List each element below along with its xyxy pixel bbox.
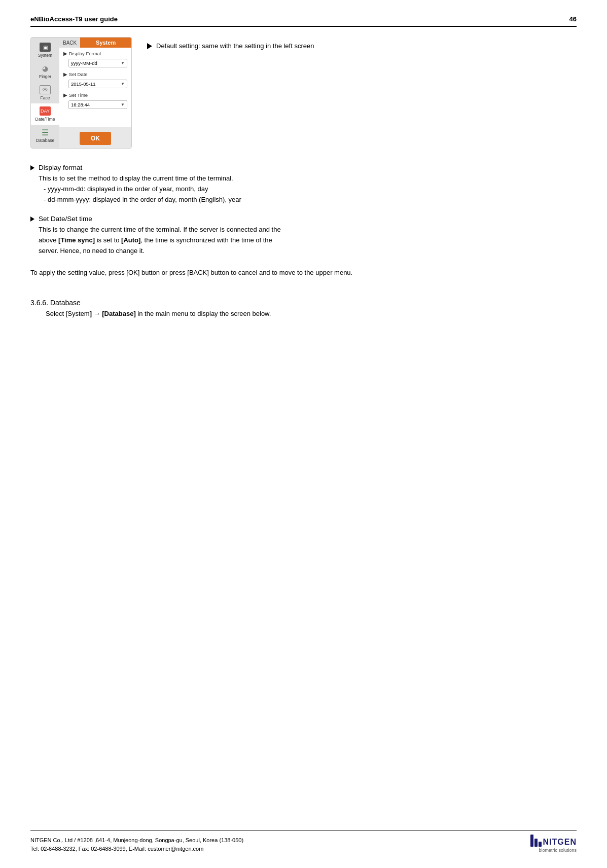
logo-subtext: biometric solutions bbox=[539, 848, 577, 853]
right-note-text: Default setting: same with the setting i… bbox=[156, 42, 314, 50]
system-icon: ▣ bbox=[40, 43, 51, 52]
section2-bold2: [Auto] bbox=[121, 236, 140, 244]
section-number-text: 3.6.6. Database bbox=[30, 299, 81, 307]
logo-bar-3 bbox=[539, 842, 542, 847]
logo-bar-2 bbox=[534, 839, 538, 847]
footer-logo: NITGEN biometric solutions bbox=[530, 835, 577, 853]
section1-list-item-2: - dd-mmm-yyyy: displayed in the order of… bbox=[44, 195, 577, 205]
section3-indent-text: Select [System] → [Database] in the main… bbox=[46, 309, 577, 319]
section2-mid: is set to bbox=[95, 236, 121, 244]
set-date-dropdown[interactable]: 2015-05-11 ▼ bbox=[68, 80, 127, 88]
sidebar-item-face[interactable]: 👁 Face bbox=[31, 82, 59, 103]
header-title: eNBioAccess-T9 user guide bbox=[30, 15, 118, 23]
section-display-format: Display format This is to set the method… bbox=[30, 164, 577, 205]
logo-text: NITGEN bbox=[543, 838, 577, 847]
section1-body: This is to set the method to display the… bbox=[39, 173, 577, 205]
footer-text: NITGEN Co,. Ltd / #1208 ,641-4, Munjeong… bbox=[30, 836, 243, 853]
system-title: System bbox=[80, 38, 131, 48]
sidebar-item-finger[interactable]: ◕ Finger bbox=[31, 61, 59, 82]
set-date-value: 2015-05-11 bbox=[71, 81, 96, 87]
logo-bars bbox=[530, 835, 542, 847]
section1-heading: Display format bbox=[30, 164, 577, 171]
datetime-icon: DAY bbox=[40, 106, 51, 116]
triangle-icon-2 bbox=[30, 216, 34, 222]
section2-body-line3: server. Hence, no need to change it. bbox=[39, 246, 577, 257]
section3-text-before: Select [System] → [Database] in the main… bbox=[46, 310, 271, 317]
page-footer: NITGEN Co,. Ltd / #1208 ,641-4, Munjeong… bbox=[30, 830, 577, 853]
section2-heading-part1: Set Date bbox=[39, 215, 65, 223]
triangle-right-icon bbox=[147, 43, 152, 49]
face-icon: 👁 bbox=[40, 85, 51, 94]
display-format-label: ▶ Display Format bbox=[63, 51, 127, 56]
logo-bar-1 bbox=[530, 835, 533, 847]
device-mockup: ▣ System ◕ Finger 👁 Face bbox=[30, 37, 132, 149]
sidebar-label-finger: Finger bbox=[39, 74, 51, 79]
header-page-number: 46 bbox=[569, 15, 577, 23]
section2-end: , the time is synchronized with the time… bbox=[140, 236, 272, 244]
display-format-dropdown[interactable]: yyyy-MM-dd ▼ bbox=[68, 59, 127, 67]
ok-button[interactable]: OK bbox=[80, 132, 111, 145]
page-header: eNBioAccess-T9 user guide 46 bbox=[30, 15, 577, 27]
sidebar-label-database: Database bbox=[36, 138, 54, 143]
ok-button-wrap: OK bbox=[59, 127, 131, 148]
set-time-dropdown[interactable]: 16:28:44 ▼ bbox=[68, 100, 127, 109]
section2-heading: Set Date/Set time bbox=[30, 215, 577, 223]
sidebar-label-face: Face bbox=[41, 95, 50, 100]
sidebar-label-datetime: Date/Time bbox=[35, 117, 55, 122]
top-section: ▣ System ◕ Finger 👁 Face bbox=[30, 37, 577, 149]
section-set-date: Set Date/Set time This is to change the … bbox=[30, 215, 577, 256]
set-time-value: 16:28:44 bbox=[71, 102, 90, 107]
device-body: ▶ Display Format yyyy-MM-dd ▼ ▶ Set Date… bbox=[59, 48, 131, 127]
footer-line1: NITGEN Co,. Ltd / #1208 ,641-4, Munjeong… bbox=[30, 836, 243, 845]
set-time-label: ▶ Set Time bbox=[63, 92, 127, 98]
sidebar-label-system: System bbox=[38, 53, 52, 58]
section2-heading-part2: Set time bbox=[67, 215, 92, 223]
finger-icon: ◕ bbox=[40, 64, 51, 73]
triangle-icon-1 bbox=[30, 165, 34, 170]
section2-body-line2: above [Time sync] is set to [Auto], the … bbox=[39, 235, 577, 246]
section2-heading-text: Set Date/Set time bbox=[39, 215, 92, 223]
display-format-arrow: ▼ bbox=[121, 61, 125, 65]
section2-body-line1: This is to change the current time of th… bbox=[39, 225, 577, 235]
sidebar-item-datetime[interactable]: DAY Date/Time bbox=[31, 103, 59, 125]
sidebar-item-database[interactable]: ☰ Database bbox=[31, 125, 59, 146]
set-time-arrow: ▼ bbox=[121, 102, 125, 107]
database-icon: ☰ bbox=[40, 128, 51, 137]
device-topbar: BACK System bbox=[59, 38, 131, 48]
section3-bold: ] bbox=[90, 310, 92, 317]
main-content: ▣ System ◕ Finger 👁 Face bbox=[30, 37, 577, 319]
section2-bold1: [Time sync] bbox=[58, 236, 95, 244]
set-date-label: ▶ Set Date bbox=[63, 71, 127, 77]
section2-above: above bbox=[39, 236, 58, 244]
set-date-arrow: ▼ bbox=[121, 82, 125, 86]
section-database: 3.6.6. Database Select [System] → [Datab… bbox=[30, 288, 577, 319]
section1-heading-text: Display format bbox=[39, 164, 82, 171]
page-container: eNBioAccess-T9 user guide 46 ▣ System bbox=[0, 0, 607, 868]
section1-list-item-1: - yyyy-mm-dd: displayed in the order of … bbox=[44, 184, 577, 195]
display-format-value: yyyy-MM-dd bbox=[71, 60, 97, 66]
section-number-366: 3.6.6. Database bbox=[30, 299, 577, 307]
logo-icon-container: NITGEN bbox=[530, 835, 577, 847]
apply-paragraph: To apply the setting value, press [OK] b… bbox=[30, 268, 577, 278]
back-button[interactable]: BACK bbox=[59, 38, 80, 48]
sidebar-item-system[interactable]: ▣ System bbox=[31, 40, 59, 61]
device-sidebar: ▣ System ◕ Finger 👁 Face bbox=[31, 38, 59, 148]
section1-body-line1: This is to set the method to display the… bbox=[39, 173, 577, 184]
right-note: Default setting: same with the setting i… bbox=[147, 37, 314, 50]
section2-body: This is to change the current time of th… bbox=[39, 225, 577, 256]
footer-line2: Tel: 02-6488-3232, Fax: 02-6488-3099, E-… bbox=[30, 845, 243, 853]
section3-database-bold: [Database] bbox=[102, 310, 135, 317]
